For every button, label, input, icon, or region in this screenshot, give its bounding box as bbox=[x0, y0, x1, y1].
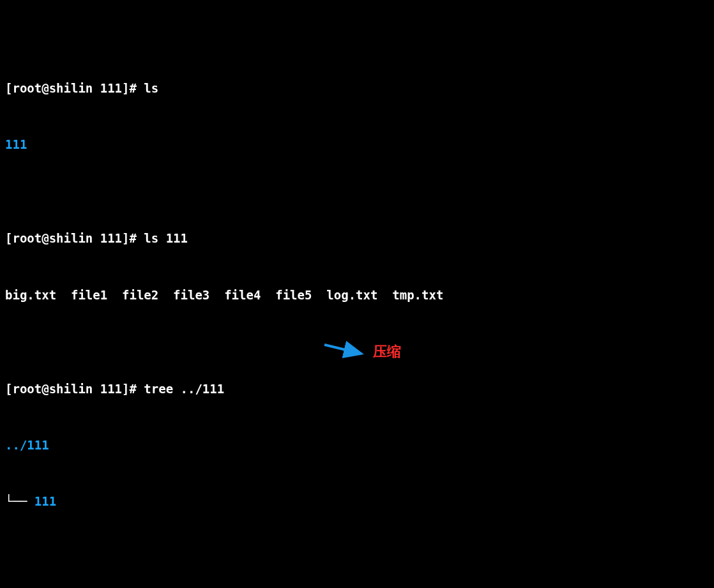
command-ls111: ls 111 bbox=[144, 231, 188, 245]
command-ls1: ls bbox=[144, 81, 158, 95]
tree-branch-dir: └── 111 bbox=[5, 492, 711, 511]
tree-connector: └── bbox=[5, 494, 34, 508]
tree-root: ../111 bbox=[5, 436, 711, 455]
ls111-output: big.txt file1 file2 file3 file4 file5 lo… bbox=[5, 286, 711, 305]
prompt: [root@shilin 111]# bbox=[5, 231, 144, 245]
tree-dir: 111 bbox=[34, 494, 56, 508]
annotation-compress: 压缩 bbox=[373, 341, 401, 363]
terminal-window[interactable]: [root@shilin 111]# ls 111 [root@shilin 1… bbox=[0, 0, 714, 588]
prompt-line: [root@shilin 111]# ls 111 bbox=[5, 229, 711, 248]
prompt: [root@shilin 111]# bbox=[5, 382, 144, 396]
prompt-line: [root@shilin 111]# tree ../111 bbox=[5, 380, 711, 398]
prompt-line: [root@shilin 111]# ls bbox=[5, 79, 711, 98]
svg-line-1 bbox=[324, 345, 361, 354]
command-tree: tree ../111 bbox=[144, 382, 224, 396]
ls1-output-dir: 111 bbox=[5, 135, 711, 154]
annotation-layer: 压缩 bbox=[0, 0, 29, 75]
prompt: [root@shilin 111]# bbox=[5, 81, 144, 95]
arrow-icon bbox=[323, 341, 374, 360]
